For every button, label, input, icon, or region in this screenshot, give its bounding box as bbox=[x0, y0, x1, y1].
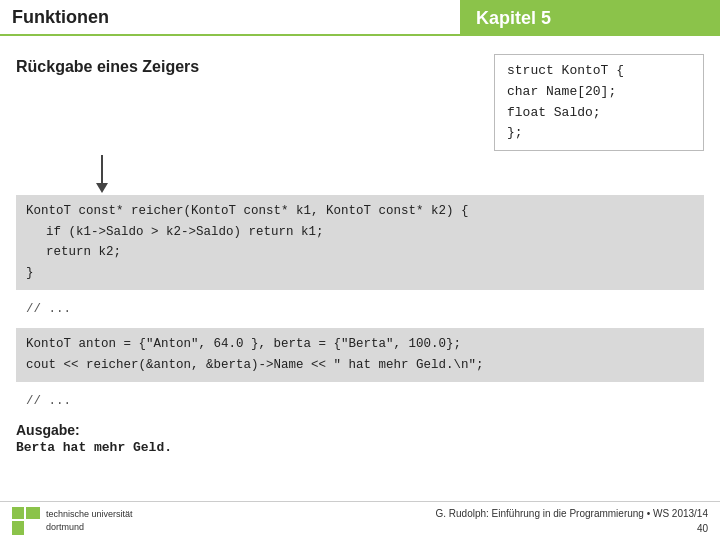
footer-university-text: technische universität dortmund bbox=[46, 508, 133, 533]
code-block-main: KontoT anton = {"Anton", 64.0 }, berta =… bbox=[16, 328, 704, 381]
comment2-line: // ... bbox=[26, 391, 694, 412]
code-block-comment1: // ... bbox=[16, 294, 704, 325]
footer-page: 40 bbox=[435, 521, 708, 536]
code-block-function: KontoT const* reicher(KontoT const* k1, … bbox=[16, 195, 704, 290]
chapter-title: Kapitel 5 bbox=[476, 8, 551, 29]
tu-logo-icon bbox=[12, 507, 40, 535]
struct-line4: }; bbox=[507, 123, 691, 144]
header-title: Funktionen bbox=[12, 7, 109, 28]
struct-line2: char Name[20]; bbox=[507, 82, 691, 103]
header: Funktionen Kapitel 5 bbox=[0, 0, 720, 36]
footer: technische universität dortmund G. Rudol… bbox=[0, 501, 720, 540]
arrow-container bbox=[16, 155, 704, 193]
section-heading: Rückgabe eines Zeigers bbox=[16, 54, 494, 76]
footer-logo: technische universität dortmund bbox=[12, 507, 133, 535]
ausgabe-output: Berta hat mehr Geld. bbox=[16, 440, 704, 455]
function-close-line: } bbox=[26, 263, 694, 284]
function-body2-line: return k2; bbox=[26, 242, 694, 263]
function-body1-line: if (k1->Saldo > k2->Saldo) return k1; bbox=[26, 222, 694, 243]
footer-uni-line2: dortmund bbox=[46, 521, 133, 534]
svg-rect-1 bbox=[12, 507, 24, 519]
struct-box: struct KontoT { char Name[20]; float Sal… bbox=[494, 54, 704, 151]
struct-line1: struct KontoT { bbox=[507, 61, 691, 82]
header-left: Funktionen bbox=[0, 0, 460, 36]
footer-course: G. Rudolph: Einführung in die Programmie… bbox=[435, 506, 708, 521]
svg-rect-2 bbox=[26, 507, 40, 519]
code-block-comment2: // ... bbox=[16, 386, 704, 417]
header-right: Kapitel 5 bbox=[460, 0, 720, 36]
main-content: Rückgabe eines Zeigers struct KontoT { c… bbox=[0, 36, 720, 455]
section-top: Rückgabe eines Zeigers struct KontoT { c… bbox=[16, 54, 704, 151]
main-line2: cout << reicher(&anton, &berta)->Name <<… bbox=[26, 355, 694, 376]
struct-line3: float Saldo; bbox=[507, 103, 691, 124]
footer-right: G. Rudolph: Einführung in die Programmie… bbox=[435, 506, 708, 536]
arrow-down-icon bbox=[96, 155, 108, 193]
comment1-line: // ... bbox=[26, 299, 694, 320]
ausgabe-label: Ausgabe: bbox=[16, 422, 704, 438]
function-def-line: KontoT const* reicher(KontoT const* k1, … bbox=[26, 201, 694, 222]
main-line1: KontoT anton = {"Anton", 64.0 }, berta =… bbox=[26, 334, 694, 355]
svg-rect-3 bbox=[12, 521, 24, 535]
footer-uni-line1: technische universität bbox=[46, 508, 133, 521]
